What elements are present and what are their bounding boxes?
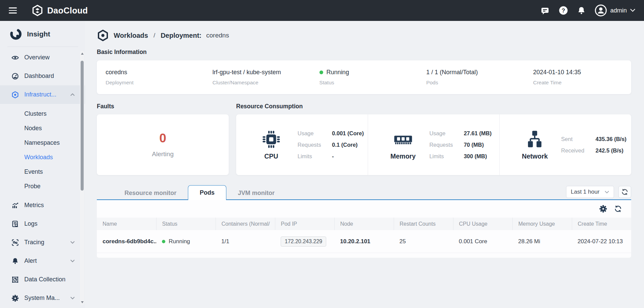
status-dot-green xyxy=(319,71,323,74)
table-refresh-icon[interactable] xyxy=(614,204,622,213)
resource-card: CPU Usage0.001 (Core) Requests0.1 (Core)… xyxy=(236,114,631,175)
sidebar-item-label: Data Collection xyxy=(24,276,65,283)
network-topology-icon xyxy=(525,130,544,149)
metric-value: - xyxy=(332,153,334,160)
time-range-select[interactable]: Last 1 hour xyxy=(566,186,614,198)
user-menu[interactable]: admin xyxy=(595,4,635,17)
field-create-time: 2024-01-10 14:35 Create Time xyxy=(524,69,631,86)
pod-memory-cell: 28.26 Mi xyxy=(512,230,572,253)
sidebar-scrollbar[interactable] xyxy=(80,51,84,305)
sidebar-item-overview[interactable]: Overview xyxy=(0,48,85,67)
col-containers[interactable]: Containers (Normal/ xyxy=(216,218,275,230)
sidebar-item-probe[interactable]: Probe xyxy=(0,179,85,194)
avatar xyxy=(595,4,607,17)
alerting-count: 0 xyxy=(159,132,166,144)
pod-name-link[interactable]: coredns-6db9bd4c... xyxy=(97,230,156,253)
field-pods: 1 / 1 (Normal/Total) Pods xyxy=(417,69,524,86)
metric-value: 70 (MB) xyxy=(464,142,484,148)
field-value: coredns xyxy=(106,69,204,76)
chevron-down-icon xyxy=(605,191,609,194)
basic-info-card: coredns Deployment lrf-gpu-test / kube-s… xyxy=(97,60,631,94)
field-value: 1 / 1 (Normal/Total) xyxy=(426,69,524,76)
network-section: Network Sent435.36 (B/s) Received242.5 (… xyxy=(499,114,631,175)
pods-panel: Name Status Containers (Normal/ Pod IP N… xyxy=(97,200,631,258)
table-header-row: Name Status Containers (Normal/ Pod IP N… xyxy=(97,218,631,230)
pods-table: Name Status Containers (Normal/ Pod IP N… xyxy=(97,218,631,253)
sidebar-item-infrastructure[interactable]: Infrastruct... xyxy=(0,85,85,104)
col-memory-usage[interactable]: Memory Usage xyxy=(512,218,572,230)
col-pod-ip[interactable]: Pod IP xyxy=(275,218,334,230)
breadcrumb-name: coredns xyxy=(206,32,229,39)
sidebar-item-label: Nodes xyxy=(24,125,42,132)
memory-section: Memory Usage27.61 (MB) Requests70 (MB) L… xyxy=(368,114,500,175)
help-icon[interactable]: ? xyxy=(558,5,568,16)
scroll-up-icon[interactable] xyxy=(80,51,84,56)
refresh-button[interactable] xyxy=(618,186,631,198)
sidebar-item-clusters[interactable]: Clusters xyxy=(0,107,85,121)
notification-bell-icon[interactable] xyxy=(577,5,587,16)
field-value: 2024-01-10 14:35 xyxy=(533,69,631,76)
field-label: Create Time xyxy=(533,80,631,86)
insight-logo-icon xyxy=(9,28,22,40)
col-create-time[interactable]: Create Time xyxy=(572,218,631,230)
brand-name: DaoCloud xyxy=(47,6,88,16)
col-node[interactable]: Node xyxy=(334,218,394,230)
sidebar-item-dashboard[interactable]: Dashboard xyxy=(0,67,85,85)
network-label: Network xyxy=(522,152,548,160)
alerting-caption: Alerting xyxy=(152,150,173,158)
sidebar-item-tracing[interactable]: Tracing xyxy=(0,233,85,252)
sidebar-item-metrics[interactable]: Metrics xyxy=(0,196,85,215)
sidebar-item-label: Events xyxy=(24,168,43,175)
table-settings-gear-icon[interactable] xyxy=(599,204,608,213)
main-content: Workloads / Deployment: coredns Basic In… xyxy=(85,21,644,308)
col-cpu-usage[interactable]: CPU Usage xyxy=(453,218,512,230)
alert-bell-icon xyxy=(11,257,19,265)
sidebar-item-logs[interactable]: Logs xyxy=(0,215,85,233)
table-row: coredns-6db9bd4c... Running 1/1 172.20.2… xyxy=(97,230,631,253)
sidebar-item-label: Probe xyxy=(24,183,40,190)
message-icon[interactable] xyxy=(540,5,550,16)
workloads-hexagon-icon xyxy=(97,29,109,41)
tracing-icon xyxy=(11,239,19,246)
breadcrumb: Workloads / Deployment: coredns xyxy=(97,28,631,43)
scrollbar-thumb[interactable] xyxy=(81,61,84,191)
sidebar-item-nodes[interactable]: Nodes xyxy=(0,121,85,136)
tab-jvm-monitor[interactable]: JVM monitor xyxy=(226,186,286,200)
memory-ram-icon xyxy=(393,130,413,149)
sidebar-item-label: Metrics xyxy=(24,202,44,209)
chevron-down-icon xyxy=(70,297,75,300)
brand[interactable]: DaoCloud xyxy=(32,5,88,16)
pod-node-cell[interactable]: 10.20.2.101 xyxy=(334,230,394,253)
col-restart-counts[interactable]: Restart Counts xyxy=(394,218,453,230)
metric-key: Limits xyxy=(298,153,329,160)
resource-title: Resource Consumption xyxy=(236,103,631,110)
scroll-down-icon[interactable] xyxy=(80,300,84,305)
breadcrumb-section[interactable]: Workloads xyxy=(114,32,148,39)
sidebar-item-alert[interactable]: Alert xyxy=(0,252,85,270)
pod-ip-chip[interactable]: 172.20.243.229 xyxy=(281,236,326,247)
sidebar-item-label: Logs xyxy=(24,220,37,227)
daocloud-logo-icon xyxy=(32,5,43,16)
sidebar-item-system-management[interactable]: System Ma... xyxy=(0,289,85,307)
sidebar-item-label: Infrastruct... xyxy=(24,91,56,98)
metric-key: Limits xyxy=(429,153,461,160)
tab-resource-monitor[interactable]: Resource monitor xyxy=(113,186,188,200)
col-name[interactable]: Name xyxy=(97,218,156,230)
sidebar-item-events[interactable]: Events xyxy=(0,165,85,179)
tab-pods[interactable]: Pods xyxy=(188,185,226,200)
menu-toggle-icon[interactable] xyxy=(9,7,17,13)
data-collection-icon xyxy=(11,276,19,283)
pod-status-cell: Running xyxy=(156,230,216,253)
status-badge: Running xyxy=(169,238,190,245)
gauge-icon xyxy=(11,73,19,80)
sidebar-item-workloads[interactable]: Workloads xyxy=(0,150,85,165)
sidebar-item-namespaces[interactable]: Namespaces xyxy=(0,136,85,150)
col-status[interactable]: Status xyxy=(156,218,216,230)
sidebar: Insight Overview Dashboard Infrastruct..… xyxy=(0,21,85,308)
breadcrumb-kind: Deployment: xyxy=(161,32,201,39)
cpu-chip-icon xyxy=(261,130,281,149)
sidebar-item-label: Overview xyxy=(24,54,50,61)
sidebar-item-data-collection[interactable]: Data Collection xyxy=(0,270,85,289)
sidebar-item-label: Workloads xyxy=(24,154,53,161)
cpu-label: CPU xyxy=(264,152,278,160)
